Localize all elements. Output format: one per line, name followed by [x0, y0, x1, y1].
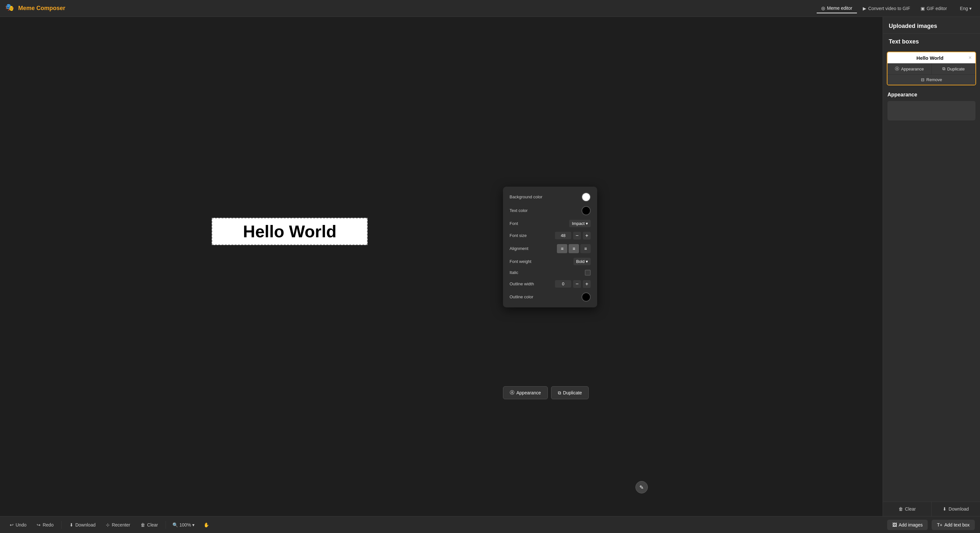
font-size-row: Font size − +: [509, 232, 591, 240]
panel-bottom-actions: 🗑 Clear ⬇ Download: [883, 501, 980, 516]
text-boxes-title: Text boxes: [883, 34, 980, 48]
panel-clear-btn[interactable]: 🗑 Clear: [883, 502, 932, 516]
font-size-decrease[interactable]: −: [573, 232, 581, 240]
outline-color-label: Outline color: [509, 294, 533, 299]
alignment-label: Alignment: [509, 246, 528, 251]
italic-label: Italic: [509, 270, 518, 275]
nav-tabs: ◎ Meme editor ▶ Convert video to GIF ▣ G…: [817, 3, 951, 13]
text-color-row: Text color: [509, 206, 591, 215]
clear-icon: 🗑: [899, 506, 903, 512]
redo-btn[interactable]: ↪ Redo: [32, 520, 58, 530]
logo-area: 🎭 Meme Composer: [5, 3, 65, 14]
zoom-icon: 🔍: [172, 522, 178, 527]
canvas-area[interactable]: Hello World Background color Text color …: [0, 17, 883, 516]
font-size-increase[interactable]: +: [583, 232, 591, 240]
edit-icon: ✎: [640, 484, 644, 490]
logo-icon: 🎭: [5, 3, 16, 14]
font-size-input[interactable]: [555, 232, 571, 239]
gif-editor-icon: ▣: [921, 6, 925, 11]
undo-btn[interactable]: ↩ Undo: [5, 520, 31, 530]
clear-btn[interactable]: 🗑 Clear: [136, 520, 162, 530]
font-size-label: Font size: [509, 233, 527, 238]
bg-color-swatch[interactable]: [582, 192, 591, 201]
recenter-icon: ⊹: [106, 522, 110, 527]
header: 🎭 Meme Composer ◎ Meme editor ▶ Convert …: [0, 0, 980, 17]
add-text-icon: T+: [937, 522, 942, 527]
font-label: Font: [509, 221, 518, 226]
popup-actions: Ⓐ Appearance ⧉ Duplicate: [503, 386, 589, 399]
outline-color-swatch[interactable]: [582, 292, 591, 301]
language-selector[interactable]: Eng ▾: [957, 4, 975, 13]
popup-appearance-btn[interactable]: Ⓐ Appearance: [503, 386, 548, 399]
tab-gif-editor[interactable]: ▣ GIF editor: [916, 4, 951, 13]
outline-width-control: − +: [555, 280, 591, 288]
recenter-btn[interactable]: ⊹ Recenter: [101, 520, 135, 530]
text-color-label: Text color: [509, 208, 528, 213]
uploaded-images-title: Uploaded images: [883, 17, 980, 34]
popup-duplicate-btn[interactable]: ⧉ Duplicate: [551, 386, 589, 399]
align-center-btn[interactable]: ≡: [569, 244, 579, 253]
appearance-icon: Ⓐ: [510, 390, 514, 396]
panel-appearance-title: Appearance: [888, 92, 975, 98]
align-left-btn[interactable]: ≡: [557, 244, 567, 253]
add-images-btn[interactable]: 🖼 Add images: [887, 520, 928, 530]
outline-width-label: Outline width: [509, 281, 534, 286]
edit-fab[interactable]: ✎: [635, 481, 648, 493]
appearance-preview: [888, 101, 975, 121]
hand-icon: ✋: [204, 522, 209, 527]
panel-download-btn[interactable]: ⬇ Download: [932, 502, 980, 516]
download-toolbar-icon: ⬇: [70, 522, 73, 527]
align-right-btn[interactable]: ≡: [580, 244, 591, 253]
canvas-text: Hello World: [243, 222, 336, 241]
font-chevron-icon: ▾: [586, 221, 588, 226]
textbox-remove-btn[interactable]: ⊟ Remove: [888, 75, 975, 85]
outline-width-increase[interactable]: +: [583, 280, 591, 288]
zoom-control[interactable]: 🔍 100% ▾: [169, 520, 198, 530]
font-weight-row: Font weight Bold ▾: [509, 258, 591, 265]
clear-toolbar-icon: 🗑: [141, 522, 145, 527]
zoom-chevron-icon: ▾: [192, 522, 194, 527]
outline-width-decrease[interactable]: −: [573, 280, 581, 288]
textbox-item-title: Hello World: [891, 55, 969, 61]
textbox-item-header: Hello World ×: [888, 52, 975, 63]
meme-editor-icon: ◎: [821, 6, 825, 11]
tab-meme-editor[interactable]: ◎ Meme editor: [817, 3, 857, 13]
italic-row: Italic: [509, 270, 591, 276]
outline-color-row: Outline color: [509, 292, 591, 301]
font-weight-select[interactable]: Bold ▾: [573, 258, 591, 265]
textbox-remove-row: ⊟ Remove: [888, 75, 975, 85]
right-panel: Uploaded images Text boxes Hello World ×…: [883, 17, 980, 516]
bg-color-label: Background color: [509, 194, 542, 199]
weight-chevron-icon: ▾: [586, 259, 588, 264]
textbox-appearance-btn[interactable]: Ⓐ Appearance: [888, 63, 932, 75]
outline-width-row: Outline width − +: [509, 280, 591, 288]
logo-text: Meme Composer: [18, 5, 65, 12]
text-color-swatch[interactable]: [582, 206, 591, 215]
bottom-toolbar: ↩ Undo ↪ Redo ⬇ Download ⊹ Recenter 🗑 Cl…: [0, 516, 980, 533]
main-area: Hello World Background color Text color …: [0, 17, 980, 516]
chevron-down-icon: ▾: [969, 6, 972, 11]
tab-convert-video[interactable]: ▶ Convert video to GIF: [858, 4, 915, 13]
remove-icon: ⊟: [921, 77, 924, 82]
download-icon: ⬇: [943, 506, 947, 512]
bg-color-row: Background color: [509, 192, 591, 201]
canvas-textbox[interactable]: Hello World: [212, 218, 368, 245]
appearance-popup: Background color Text color Font Impact …: [503, 187, 597, 308]
font-select[interactable]: Impact ▾: [569, 220, 591, 227]
undo-icon: ↩: [10, 522, 14, 527]
redo-icon: ↪: [37, 522, 41, 527]
textbox-item: Hello World × Ⓐ Appearance ⧉ Duplicate ⊟…: [887, 52, 976, 86]
textbox-actions: Ⓐ Appearance ⧉ Duplicate: [888, 63, 975, 75]
italic-checkbox[interactable]: [585, 270, 591, 276]
toolbar-sep-2: [165, 521, 166, 529]
duplicate-icon: ⧉: [558, 390, 561, 396]
outline-width-input[interactable]: [555, 280, 571, 287]
toolbar-sep-1: [61, 521, 62, 529]
font-weight-label: Font weight: [509, 259, 531, 264]
textbox-close-btn[interactable]: ×: [969, 55, 972, 61]
panel-appearance-section: Appearance: [883, 89, 980, 124]
textbox-duplicate-btn[interactable]: ⧉ Duplicate: [932, 63, 975, 75]
add-text-box-btn[interactable]: T+ Add text box: [932, 520, 975, 530]
hand-tool-btn[interactable]: ✋: [199, 520, 214, 530]
download-btn[interactable]: ⬇ Download: [65, 520, 100, 530]
